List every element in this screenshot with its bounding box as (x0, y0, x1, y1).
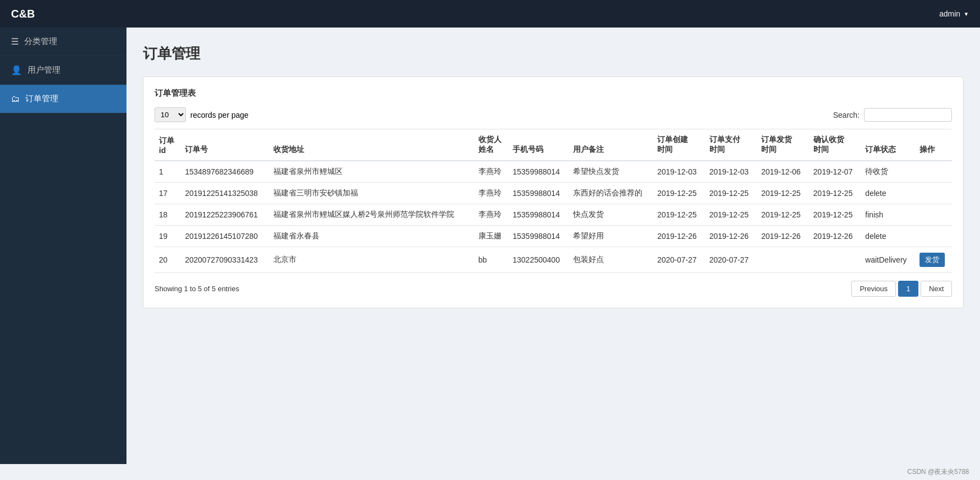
sidebar-item-user[interactable]: 👤 用户管理 (0, 56, 126, 85)
sidebar-item-category[interactable]: ☰ 分类管理 (0, 28, 126, 56)
table-cell: delete (861, 183, 915, 204)
search-area: Search: (833, 108, 952, 122)
col-note: 用户备注 (569, 129, 653, 161)
table-cell: 20191225141325038 (180, 183, 268, 204)
table-row: 2020200727090331423北京市bb13022500400包装好点2… (155, 247, 952, 273)
table-row: 1820191225223906761福建省泉州市鲤城区媒人桥2号泉州师范学院软… (155, 204, 952, 226)
showing-text: Showing 1 to 5 of 5 entries (155, 285, 239, 293)
sidebar-item-label-order: 订单管理 (25, 94, 58, 104)
action-cell: 发货 (915, 247, 952, 273)
table-cell: 19 (155, 226, 180, 247)
action-cell (915, 226, 952, 247)
table-cell: 2019-12-25 (757, 183, 809, 204)
action-cell (915, 204, 952, 226)
watermark: CSDN @夜未央5788 (0, 464, 980, 480)
per-page-select[interactable]: 10 25 50 100 (155, 107, 186, 122)
table-cell: 20191225223906761 (180, 204, 268, 226)
table-cell: 快点发货 (569, 204, 653, 226)
col-shipped: 订单发货时间 (757, 129, 809, 161)
table-cell: 20200727090331423 (180, 247, 268, 273)
table-cell: 李燕玲 (474, 204, 509, 226)
table-cell: 康玉姗 (474, 226, 509, 247)
table-cell: 15359988014 (508, 183, 569, 204)
col-created: 订单创建时间 (653, 129, 705, 161)
table-row: 1920191226145107280福建省永春县康玉姗15359988014希… (155, 226, 952, 247)
order-icon: 🗂 (11, 94, 20, 104)
card-title: 订单管理表 (155, 88, 952, 99)
search-label: Search: (833, 111, 860, 119)
table-footer: Showing 1 to 5 of 5 entries Previous 1 N… (155, 281, 952, 297)
col-receiver: 收货人姓名 (474, 129, 509, 161)
order-card: 订单管理表 10 25 50 100 records per page Sear… (143, 77, 964, 308)
user-icon: 👤 (11, 65, 22, 75)
table-controls: 10 25 50 100 records per page Search: (155, 107, 952, 122)
table-cell: finish (861, 204, 915, 226)
table-cell: 2019-12-25 (809, 183, 861, 204)
col-paid: 订单支付时间 (705, 129, 757, 161)
table-cell: bb (474, 247, 509, 273)
table-cell: 2019-12-25 (653, 183, 705, 204)
table-cell: 2019-12-03 (705, 161, 757, 183)
layout: ☰ 分类管理 👤 用户管理 🗂 订单管理 订单管理 订单管理表 10 25 50 (0, 28, 980, 464)
table-cell: 2019-12-25 (757, 204, 809, 226)
order-table: 订单id 订单号 收货地址 收货人姓名 手机号码 用户备注 订单创建时间 订单支… (155, 129, 952, 273)
col-id: 订单id (155, 129, 180, 161)
table-cell: 待收货 (861, 161, 915, 183)
previous-button[interactable]: Previous (851, 281, 896, 297)
per-page-control: 10 25 50 100 records per page (155, 107, 249, 122)
table-row: 11534897682346689福建省泉州市鲤城区李燕玲15359988014… (155, 161, 952, 183)
sidebar-item-label-user: 用户管理 (27, 65, 60, 75)
table-cell: 13022500400 (508, 247, 569, 273)
col-phone: 手机号码 (508, 129, 569, 161)
table-cell: 15359988014 (508, 161, 569, 183)
table-cell: 福建省永春县 (269, 226, 474, 247)
brand-logo: C&B (11, 8, 35, 20)
table-cell: 北京市 (269, 247, 474, 273)
col-action: 操作 (915, 129, 952, 161)
table-cell (757, 247, 809, 273)
sidebar-item-label-category: 分类管理 (24, 36, 57, 47)
col-address: 收货地址 (269, 129, 474, 161)
action-cell (915, 183, 952, 204)
action-cell (915, 161, 952, 183)
user-menu[interactable]: admin ▼ (939, 9, 969, 18)
table-cell: 2019-12-26 (705, 226, 757, 247)
table-cell: 2019-12-26 (757, 226, 809, 247)
table-cell: 2020-07-27 (653, 247, 705, 273)
main-content: 订单管理 订单管理表 10 25 50 100 records per page… (126, 28, 980, 464)
table-cell: 2019-12-25 (653, 204, 705, 226)
table-cell: 2019-12-03 (653, 161, 705, 183)
table-cell: 福建省泉州市鲤城区 (269, 161, 474, 183)
user-dropdown-arrow: ▼ (964, 11, 969, 17)
col-confirmed: 确认收货时间 (809, 129, 861, 161)
ship-button[interactable]: 发货 (920, 253, 945, 267)
table-cell: 20191226145107280 (180, 226, 268, 247)
table-cell: 福建省三明市安砂镇加福 (269, 183, 474, 204)
col-status: 订单状态 (861, 129, 915, 161)
table-cell: 包装好点 (569, 247, 653, 273)
table-cell: 希望快点发货 (569, 161, 653, 183)
next-button[interactable]: Next (921, 281, 952, 297)
table-cell: 希望好用 (569, 226, 653, 247)
table-cell: 2019-12-25 (705, 183, 757, 204)
table-cell: 20 (155, 247, 180, 273)
table-cell: 17 (155, 183, 180, 204)
sidebar: ☰ 分类管理 👤 用户管理 🗂 订单管理 (0, 28, 126, 464)
records-per-page-label: records per page (190, 111, 249, 119)
table-cell: 2019-12-26 (809, 226, 861, 247)
table-row: 1720191225141325038福建省三明市安砂镇加福李燕玲1535998… (155, 183, 952, 204)
page-1-button[interactable]: 1 (898, 281, 918, 297)
navbar: C&B admin ▼ (0, 0, 980, 28)
category-icon: ☰ (11, 36, 19, 47)
sidebar-item-order[interactable]: 🗂 订单管理 (0, 85, 126, 113)
table-cell: 李燕玲 (474, 183, 509, 204)
table-cell: 福建省泉州市鲤城区媒人桥2号泉州师范学院软件学院 (269, 204, 474, 226)
search-input[interactable] (864, 108, 952, 122)
table-cell: 东西好的话会推荐的 (569, 183, 653, 204)
table-cell: 15359988014 (508, 204, 569, 226)
col-order-no: 订单号 (180, 129, 268, 161)
table-cell: 李燕玲 (474, 161, 509, 183)
table-cell: 2019-12-26 (653, 226, 705, 247)
table-cell: waitDelivery (861, 247, 915, 273)
table-cell: 1 (155, 161, 180, 183)
